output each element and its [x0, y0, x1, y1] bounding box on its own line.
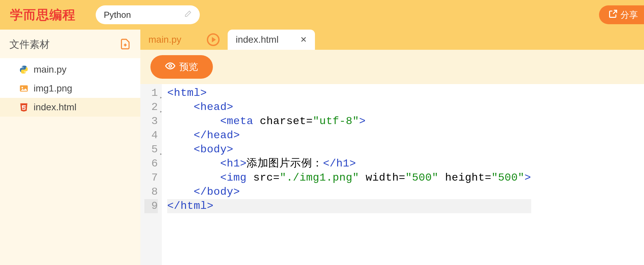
- svg-point-4: [169, 65, 172, 67]
- close-icon[interactable]: ✕: [300, 35, 307, 44]
- pencil-icon[interactable]: [184, 10, 192, 20]
- toolbar: 预览: [140, 50, 644, 84]
- share-icon: [608, 9, 618, 21]
- share-button[interactable]: 分享: [599, 5, 644, 24]
- code-content[interactable]: <html> <head> <meta charset="utf-8"> </h…: [162, 84, 531, 265]
- share-label: 分享: [620, 9, 638, 21]
- logo: 学而思编程: [10, 6, 76, 24]
- preview-button[interactable]: 预览: [150, 55, 213, 79]
- line-gutter: 123456789: [140, 84, 162, 265]
- project-name-text: Python: [104, 10, 131, 20]
- sidebar: 文件素材 main.pyimg1.pngindex.html: [0, 30, 140, 265]
- file-name: img1.png: [34, 83, 72, 94]
- editor-area: main.pyindex.html✕ 预览 123456789 <html> <…: [140, 30, 644, 265]
- sidebar-header: 文件素材: [0, 30, 140, 58]
- code-editor[interactable]: 123456789 <html> <head> <meta charset="u…: [140, 84, 644, 265]
- tab-label: main.py: [148, 34, 181, 45]
- run-icon[interactable]: [207, 33, 220, 46]
- file-name: main.py: [34, 64, 66, 75]
- file-item-img1-png[interactable]: img1.png: [0, 79, 140, 98]
- file-item-main-py[interactable]: main.py: [0, 60, 140, 79]
- svg-point-3: [21, 87, 23, 88]
- header: 学而思编程 Python 分享: [0, 0, 644, 30]
- file-list: main.pyimg1.pngindex.html: [0, 58, 140, 117]
- tab-label: index.html: [236, 34, 279, 45]
- eye-icon: [165, 61, 175, 73]
- tab-bar: main.pyindex.html✕: [140, 30, 644, 50]
- html-file-icon: [19, 102, 29, 112]
- file-name: index.html: [34, 102, 77, 113]
- python-file-icon: [19, 65, 29, 75]
- image-file-icon: [19, 83, 29, 93]
- svg-point-0: [22, 67, 23, 67]
- tab-main-py[interactable]: main.py: [140, 30, 228, 50]
- preview-label: 预览: [179, 61, 198, 73]
- file-item-index-html[interactable]: index.html: [0, 98, 140, 117]
- main: 文件素材 main.pyimg1.pngindex.html main.pyin…: [0, 30, 644, 265]
- tab-index-html[interactable]: index.html✕: [228, 30, 315, 50]
- svg-point-1: [25, 72, 25, 73]
- add-file-icon[interactable]: [120, 38, 131, 51]
- sidebar-title: 文件素材: [9, 38, 50, 51]
- project-name-input[interactable]: Python: [96, 5, 200, 24]
